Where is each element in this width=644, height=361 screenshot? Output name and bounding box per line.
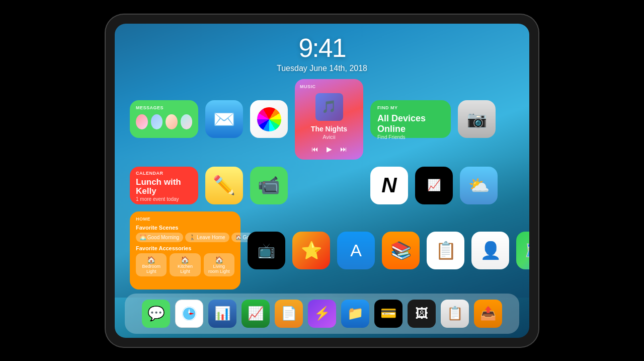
findmy-sub: Find Friends — [377, 134, 444, 140]
home-label: HOME — [136, 216, 234, 222]
dock-shortcuts[interactable]: ⚡ — [308, 300, 336, 328]
music-controls: ⏮ ▶ ⏭ — [300, 145, 358, 153]
song-title: The Nights — [300, 125, 358, 133]
music-widget[interactable]: MUSIC 🎵 The Nights Avicii ⏮ ▶ ⏭ — [295, 79, 363, 160]
weather-icon[interactable]: ⛅ — [460, 167, 498, 204]
stocks-icon[interactable]: 📈 — [415, 167, 453, 204]
avatar-3 — [166, 114, 178, 129]
prev-button[interactable]: ⏮ — [311, 145, 318, 153]
home-widget[interactable]: HOME Favorite Scenes 🌅 Good Morning 🚶 Le… — [130, 211, 240, 290]
home-scenes-title: Favorite Scenes — [136, 225, 234, 231]
messages-label: MESSAGES — [136, 105, 192, 110]
contacts-icon[interactable]: 👤 — [471, 232, 509, 269]
photos-icon[interactable] — [250, 100, 288, 138]
next-button[interactable]: ⏭ — [340, 145, 347, 153]
dock-messages[interactable]: 💬 — [142, 300, 170, 328]
song-artist: Avicii — [300, 134, 358, 140]
grid-row-2: CALENDAR Lunch with Kelly 1 more event t… — [130, 167, 514, 204]
album-art: 🎵 — [315, 93, 343, 121]
dock-wallet[interactable]: 💳 — [374, 300, 403, 328]
calendar-widget[interactable]: CALENDAR Lunch with Kelly 1 more event t… — [130, 167, 198, 204]
cal-time: 1 more event today — [136, 196, 192, 202]
dock-doc2[interactable]: 📤 — [474, 300, 502, 328]
dock-doc1[interactable]: 📋 — [441, 300, 469, 328]
cal-event: Lunch with Kelly — [136, 178, 192, 196]
findmy-label: FIND MY — [377, 105, 444, 110]
findmy-widget[interactable]: FIND MY All Devices Online Find Friends — [370, 100, 451, 138]
dock-safari[interactable] — [175, 300, 203, 328]
books-icon[interactable]: 📚 — [382, 232, 420, 269]
time-display: 9:41 — [115, 33, 529, 63]
date-display: Tuesday June 14th, 2018 — [115, 64, 529, 73]
accessory-kitchen[interactable]: 🏠 Kitchen Light — [170, 253, 200, 276]
scene-leave[interactable]: 🚶 Leave Home — [185, 233, 229, 242]
dock-numbers[interactable]: 📈 — [242, 300, 270, 328]
accessory-living[interactable]: 🏠 Living room Light — [204, 253, 234, 276]
notes-icon[interactable]: ✏️ — [205, 167, 243, 204]
appletv-icon[interactable]: 📺 — [248, 232, 285, 269]
avatar-2 — [151, 114, 163, 129]
appstore-icon[interactable]: A — [337, 232, 375, 269]
home-accessories-title: Favorite Accessories — [136, 245, 234, 251]
messages-widget[interactable]: MESSAGES — [130, 100, 198, 138]
avatar-row — [136, 114, 192, 129]
dock-keynote[interactable]: 📊 — [208, 300, 236, 328]
dock-files[interactable]: 📁 — [341, 300, 369, 328]
avatar-1 — [136, 114, 148, 129]
mail-icon[interactable]: ✉️ — [205, 100, 243, 138]
grid-row-1: MESSAGES ✉️ — [130, 79, 514, 160]
play-button[interactable]: ▶ — [327, 145, 332, 153]
scene-morning[interactable]: 🌅 Good Morning — [136, 233, 183, 242]
calendar-label: CALENDAR — [136, 171, 192, 176]
maps-icon[interactable]: 🗺️ — [516, 232, 529, 269]
home-accessories: 🏠 Bedroom Light 🏠 Kitchen Light 🏠 Living… — [136, 253, 234, 276]
dock-pages[interactable]: 📄 — [275, 300, 303, 328]
camera-icon[interactable]: 📷 — [458, 100, 496, 138]
grid-row-3: HOME Favorite Scenes 🌅 Good Morning 🚶 Le… — [130, 211, 514, 290]
facetime-icon[interactable]: 📹 — [250, 167, 288, 204]
app-grid: MESSAGES ✉️ — [130, 79, 514, 297]
accessory-bedroom[interactable]: 🏠 Bedroom Light — [136, 253, 167, 276]
ipad-frame: 9:41 Tuesday June 14th, 2018 MESSAGES — [106, 15, 538, 347]
ipad-screen: 9:41 Tuesday June 14th, 2018 MESSAGES — [115, 24, 529, 338]
dock: 💬 📊 📈 📄 ⚡ 📁 💳 🖼 📋 📤 — [125, 294, 519, 334]
news-icon[interactable]: N — [370, 167, 408, 204]
avatar-4 — [181, 114, 193, 129]
toppicks-icon[interactable]: ⭐ — [292, 232, 330, 269]
home-scenes: 🌅 Good Morning 🚶 Leave Home 🏠 Go — [136, 233, 234, 242]
status-bar: 9:41 Tuesday June 14th, 2018 — [115, 24, 529, 73]
music-label: MUSIC — [300, 84, 358, 89]
findmy-status: All Devices Online — [377, 113, 444, 134]
reminders-icon[interactable]: 📋 — [427, 232, 464, 269]
rainbow-circle — [257, 107, 281, 131]
dock-smartalbum[interactable]: 🖼 — [408, 300, 436, 328]
